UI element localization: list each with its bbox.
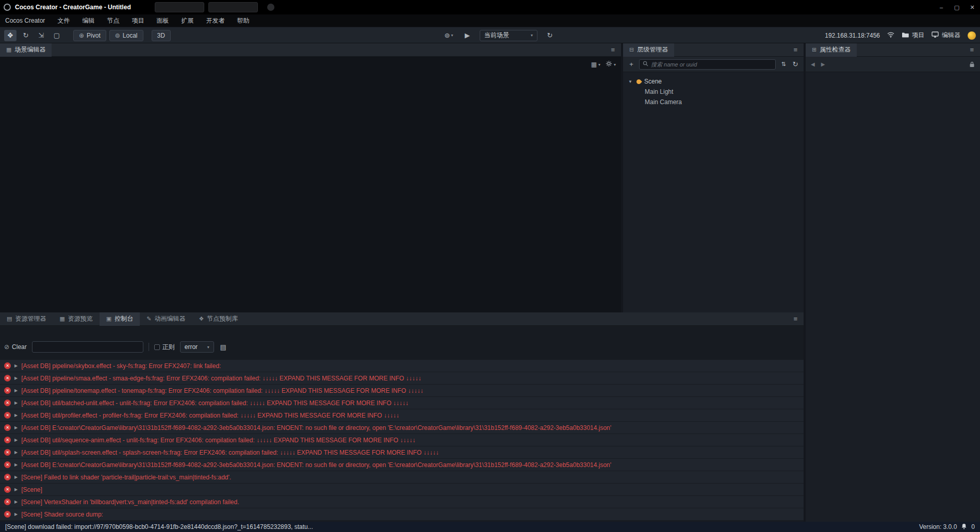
panel-menu-icon[interactable]: ≡ — [793, 315, 797, 323]
tree-node[interactable]: Main Camera — [623, 97, 804, 107]
tab-inspector[interactable]: ⊞ 属性检查器 — [806, 43, 857, 57]
tree-node-label: Scene — [644, 78, 662, 85]
console-log-row[interactable]: ✕ ▶ [Asset DB] pipeline/smaa.effect - sm… — [0, 372, 804, 384]
tree-node[interactable]: Main Light — [623, 87, 804, 97]
console-log-row[interactable]: ✕ ▶ [Asset DB] util/profiler.effect - pr… — [0, 409, 804, 421]
bottom-tab[interactable]: ▦ 资源预览 — [53, 312, 99, 326]
history-back-button[interactable]: ◀ — [811, 61, 815, 67]
refresh-icon[interactable]: ↻ — [791, 60, 799, 68]
console-log-row[interactable]: ✕ ▶ [Scene] VertexShader in 'billboard|v… — [0, 496, 804, 508]
menu-item[interactable]: 帮助 — [237, 16, 249, 25]
menu-item[interactable]: 扩展 — [181, 16, 193, 25]
clear-button[interactable]: ⊘ Clear — [4, 343, 27, 351]
expand-icon[interactable]: ▶ — [14, 500, 18, 504]
status-message[interactable]: [Scene] download failed: import://97/970… — [5, 523, 313, 530]
rotate-tool-button[interactable]: ↻ — [20, 30, 32, 41]
menu-item[interactable]: 开发者 — [206, 16, 224, 25]
console-log-row[interactable]: ✕ ▶ [Scene] Shader source dump: — [0, 508, 804, 520]
panel-menu-icon[interactable]: ≡ — [793, 46, 797, 54]
console-log-row[interactable]: ✕ ▶ [Asset DB] util/batched-unlit.effect… — [0, 397, 804, 409]
console-panel: ▤ 资源管理器 ▦ 资源预览 ▣ 控制台 ✎ 动画编辑器 ❖ 节点预制库 — [0, 312, 804, 522]
gear-icon — [606, 60, 612, 69]
chevron-down-icon: ▾ — [451, 33, 453, 38]
console-log-row[interactable]: ✕ ▶ [Scene] Failed to link shader 'parti… — [0, 471, 804, 483]
console-log-row[interactable]: ✕ ▶ [Asset DB] util/sequence-anim.effect… — [0, 434, 804, 446]
scene-viewport[interactable]: ▦▾ ▾ — [0, 57, 621, 312]
menu-item[interactable]: Cocos Creator — [5, 17, 45, 24]
expand-icon[interactable]: ▶ — [14, 376, 18, 380]
regex-toggle[interactable]: 正则 — [154, 343, 175, 352]
play-button[interactable]: ▶ — [461, 30, 473, 41]
history-forward-button[interactable]: ▶ — [821, 61, 825, 67]
minimize-button[interactable]: – — [934, 0, 949, 14]
scene-settings-button[interactable]: ▾ — [606, 60, 616, 69]
console-filter-input[interactable] — [32, 341, 143, 353]
expand-icon[interactable]: ▶ — [14, 401, 18, 405]
bottom-tab[interactable]: ▣ 控制台 — [100, 312, 140, 326]
tab-scene-editor[interactable]: ▦ 场景编辑器 — [0, 43, 52, 57]
refresh-button[interactable]: ↻ — [544, 30, 556, 41]
hierarchy-toolbar: + ⇅ ↻ — [623, 57, 804, 72]
tab-hierarchy[interactable]: ⊟ 层级管理器 — [623, 43, 674, 57]
maximize-button[interactable]: ▢ — [949, 0, 965, 14]
hierarchy-search-input[interactable] — [651, 61, 772, 68]
tree-node-scene[interactable]: ▼ Scene — [623, 76, 804, 87]
expand-icon[interactable]: ▶ — [14, 438, 18, 442]
bottom-tab[interactable]: ❖ 节点预制库 — [192, 312, 244, 326]
expand-icon[interactable]: ▶ — [14, 363, 18, 368]
pivot-button[interactable]: ⊕ Pivot — [73, 30, 106, 41]
create-node-button[interactable]: + — [627, 60, 635, 68]
error-icon: ✕ — [4, 486, 11, 493]
expand-icon[interactable]: ▶ — [14, 462, 18, 467]
close-button[interactable]: ✕ — [965, 0, 980, 14]
rect-tool-button[interactable]: ▢ — [51, 30, 63, 41]
log-file-icon[interactable]: ▤ — [219, 343, 227, 351]
editor-button[interactable]: 编辑器 — [932, 31, 960, 40]
panel-menu-icon[interactable]: ≡ — [970, 46, 974, 54]
expand-icon[interactable]: ▶ — [14, 425, 18, 430]
menu-item[interactable]: 编辑 — [82, 16, 94, 25]
rect-icon: ▢ — [54, 31, 60, 39]
mode-3d-button[interactable]: 3D — [152, 30, 171, 41]
project-button[interactable]: 项目 — [902, 31, 924, 40]
expand-icon[interactable]: ▶ — [14, 512, 18, 517]
toolbar-right: 192.168.31.18:7456 项目 编辑器 — [825, 27, 976, 43]
menu-item[interactable]: 节点 — [107, 16, 119, 25]
scene-select[interactable]: 当前场景 ▾ — [480, 30, 537, 41]
pivot-label: Pivot — [87, 32, 101, 39]
version-label: Version: 3.0.0 — [919, 523, 957, 530]
menu-item[interactable]: 面板 — [156, 16, 169, 25]
globe-icon: ⊚ — [445, 31, 450, 39]
bell-icon[interactable] — [961, 523, 967, 531]
collapse-all-icon[interactable]: ⇅ — [779, 61, 788, 68]
hierarchy-search — [639, 59, 776, 70]
console-log-row[interactable]: ✕ ▶ [Asset DB] pipeline/tonemap.effect -… — [0, 385, 804, 396]
console-log-row[interactable]: ✕ ▶ [Asset DB] E:\creator\CreatorGame\li… — [0, 422, 804, 434]
inspector-toolbar: ◀ ▶ — [806, 57, 980, 72]
expand-icon[interactable]: ▶ — [14, 475, 18, 479]
expand-icon[interactable]: ▶ — [14, 413, 18, 418]
expand-icon[interactable]: ▶ — [14, 487, 18, 492]
menu-item[interactable]: 文件 — [57, 16, 70, 25]
move-tool-button[interactable]: ✥ — [4, 30, 17, 41]
user-avatar[interactable] — [968, 31, 976, 40]
preview-device-button[interactable]: ⊚▾ — [443, 30, 455, 41]
console-log-row[interactable]: ✕ ▶ [Asset DB] util/splash-screen.effect… — [0, 446, 804, 458]
console-log-row[interactable]: ✕ ▶ [Asset DB] pipeline/skybox.effect - … — [0, 360, 804, 372]
error-icon: ✕ — [4, 449, 11, 456]
console-log-row[interactable]: ✕ ▶ [Asset DB] E:\creator\CreatorGame\li… — [0, 459, 804, 471]
bottom-tab[interactable]: ✎ 动画编辑器 — [140, 312, 192, 326]
log-level-select[interactable]: error ▾ — [180, 341, 214, 353]
menu-item[interactable]: 项目 — [132, 16, 144, 25]
console-log-row[interactable]: ✕ ▶ [Scene] — [0, 484, 804, 495]
panel-menu-icon[interactable]: ≡ — [611, 46, 615, 54]
expand-icon[interactable]: ▶ — [14, 450, 18, 455]
expand-icon[interactable]: ▶ — [14, 388, 18, 393]
view-mode-button[interactable]: ▦▾ — [591, 60, 600, 69]
monitor-icon — [932, 31, 939, 39]
bottom-tab[interactable]: ▤ 资源管理器 — [0, 312, 53, 326]
lock-icon[interactable] — [969, 61, 975, 68]
local-button[interactable]: ⊚ Local — [109, 30, 143, 41]
regex-checkbox[interactable] — [154, 344, 160, 350]
scale-tool-button[interactable]: ⇲ — [35, 30, 47, 41]
